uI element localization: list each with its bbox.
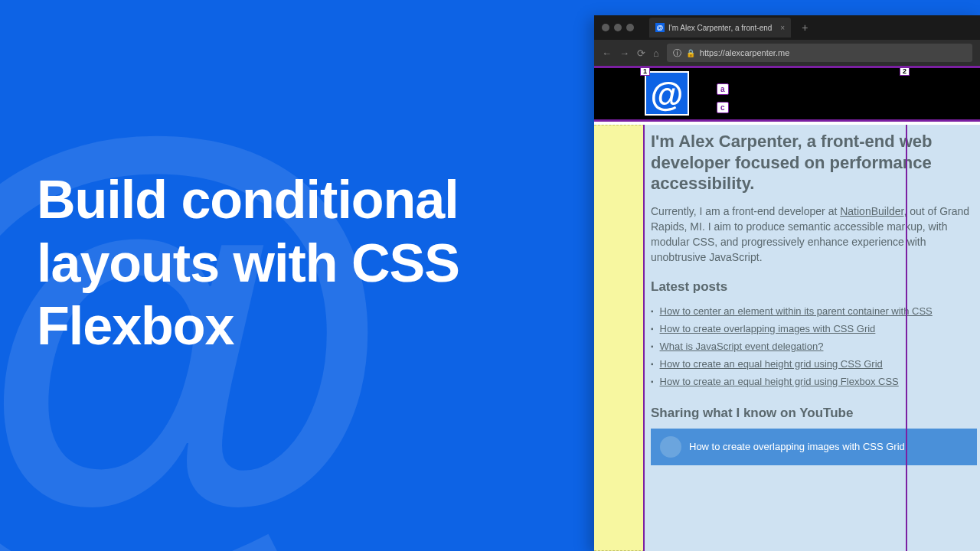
hero-heading: I'm Alex Carpenter, a front-end web deve… <box>651 131 977 194</box>
post-link[interactable]: How to create overlapping images with CS… <box>660 323 876 334</box>
grid-line <box>643 125 645 551</box>
main-column: I'm Alex Carpenter, a front-end web deve… <box>645 125 980 551</box>
post-link[interactable]: How to create an equal height grid using… <box>660 376 899 387</box>
favicon-icon: @ <box>655 23 665 32</box>
home-icon[interactable]: ⌂ <box>653 47 659 59</box>
posts-list: How to center an element within its pare… <box>651 302 977 390</box>
youtube-card-title: How to create overlapping images with CS… <box>689 441 905 452</box>
intro-paragraph: Currently, I am a front-end developer at… <box>651 204 977 266</box>
post-link[interactable]: What is JavaScript event delegation? <box>660 341 824 352</box>
grid-line <box>906 125 907 551</box>
page-viewport: @ 1 2 a c 3 div.o-container 1020 × 11 I'… <box>594 66 980 551</box>
youtube-heading: Sharing what I know on YouTube <box>651 406 977 421</box>
list-item: How to create an equal height grid using… <box>651 373 977 390</box>
slide-title: Build conditional layouts with CSS Flexb… <box>37 168 527 358</box>
list-item: What is JavaScript event delegation? <box>651 337 977 355</box>
lock-icon: 🔒 <box>686 49 695 57</box>
latest-posts-heading: Latest posts <box>651 279 977 295</box>
nationbuilder-link[interactable]: NationBuilder <box>840 205 903 217</box>
traffic-light-zoom[interactable] <box>626 24 634 31</box>
new-tab-icon[interactable]: + <box>802 21 808 34</box>
grid-label-c: c <box>717 102 729 113</box>
reload-icon[interactable]: ⟳ <box>637 47 645 59</box>
list-item: How to create an equal height grid using… <box>651 355 977 373</box>
site-logo[interactable]: @ <box>645 71 689 116</box>
grid-label-a: a <box>717 83 729 95</box>
avatar <box>660 436 681 458</box>
post-link[interactable]: How to center an element within its pare… <box>660 305 933 317</box>
list-item: How to create overlapping images with CS… <box>651 320 977 337</box>
browser-toolbar: ← → ⟳ ⌂ ⓘ 🔒 https://alexcarpenter.me <box>594 40 980 66</box>
site-header: @ 1 2 a c <box>594 68 980 122</box>
close-tab-icon[interactable]: × <box>780 24 785 32</box>
grid-gutter-highlight <box>594 125 645 551</box>
post-link[interactable]: How to create an equal height grid using… <box>660 358 883 370</box>
info-icon: ⓘ <box>673 47 681 59</box>
youtube-card[interactable]: How to create overlapping images with CS… <box>651 429 977 465</box>
grid-marker-2: 2 <box>900 67 910 76</box>
page-content: I'm Alex Carpenter, a front-end web deve… <box>594 125 980 551</box>
forward-icon[interactable]: → <box>619 47 629 59</box>
traffic-light-close[interactable] <box>602 24 609 31</box>
grid-marker-1: 1 <box>640 67 650 76</box>
traffic-light-minimize[interactable] <box>614 24 622 31</box>
browser-tab[interactable]: @ I'm Alex Carpenter, a front-end × <box>649 18 791 37</box>
list-item: How to center an element within its pare… <box>651 302 977 320</box>
address-bar[interactable]: ⓘ 🔒 https://alexcarpenter.me <box>667 44 972 62</box>
browser-window: @ I'm Alex Carpenter, a front-end × + ← … <box>594 15 980 551</box>
back-icon[interactable]: ← <box>602 47 612 59</box>
browser-tab-bar: @ I'm Alex Carpenter, a front-end × + <box>594 15 980 40</box>
url-text: https://alexcarpenter.me <box>700 48 789 57</box>
tab-title: I'm Alex Carpenter, a front-end <box>668 24 772 32</box>
